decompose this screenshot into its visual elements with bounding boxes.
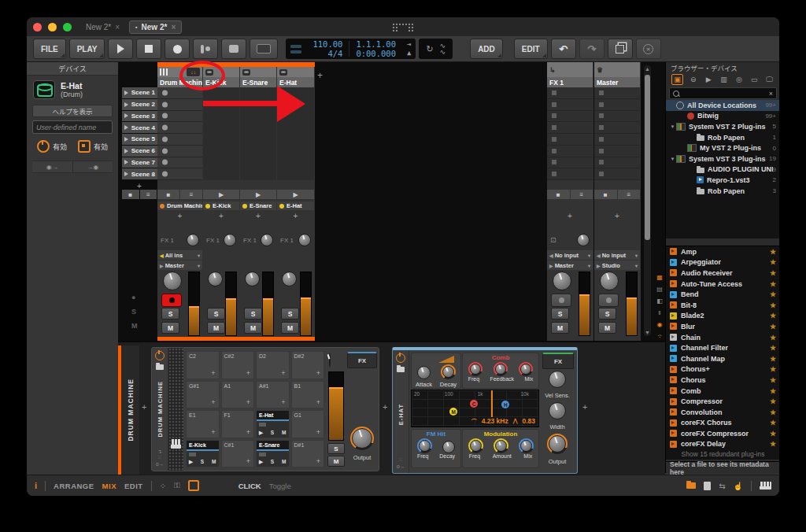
output-routing[interactable]: ▶Master▾ [157,260,202,270]
scroll-up-icon[interactable]: ▲ [645,66,650,72]
browser-device-item[interactable]: Blade2 ★ [666,311,779,322]
marker-m[interactable]: M [449,408,457,416]
send-knob[interactable] [577,234,590,246]
launcher-view-button[interactable] [221,39,246,59]
favorite-star-icon[interactable]: ★ [770,334,776,342]
clip-slot[interactable] [594,99,640,111]
pad-mute-button[interactable]: M [282,430,286,436]
add-device-right-button[interactable]: + [582,402,587,412]
metronome-icon[interactable]: ▲ [407,50,411,57]
pan-knob[interactable] [245,272,260,286]
track-header-name[interactable]: Master [594,77,640,87]
piano-icon[interactable] [760,482,771,490]
scene-play-icon[interactable] [124,91,128,95]
browser-device-item[interactable]: Chorus ★ [666,375,779,386]
pan-knob[interactable] [208,272,223,286]
pad-solo-button[interactable]: S [271,430,274,436]
file-menu-button[interactable]: FILE [33,39,66,59]
mute-button[interactable]: M [551,322,569,334]
add-device-button[interactable]: + [157,211,202,220]
pad-add-icon[interactable]: + [316,369,320,377]
favorite-star-icon[interactable]: ★ [770,387,776,395]
pad-filled[interactable]: E-Snare ▶ S M [257,441,289,467]
solo-button[interactable]: S [598,308,616,320]
clip-slot[interactable] [547,134,593,146]
presets-tab-icon[interactable]: ⊖ [688,75,698,84]
marker-c[interactable]: C [470,400,478,408]
send-knob[interactable] [187,234,199,246]
redo-button[interactable]: ↷ [579,39,604,59]
pad-mute-button[interactable]: M [282,459,286,465]
scene-row[interactable]: Scene 3 [122,111,157,122]
drum-pad[interactable]: C2 + [186,351,220,379]
browser-tree-item[interactable]: Repro-1.vst3 2 [666,175,779,186]
mixer-track-name[interactable]: E-Hat [277,201,314,210]
track-drum-machine[interactable]: ↓↓ Drum Machine ■ ≡ [157,62,203,341]
fm-decay-knob[interactable] [442,441,455,453]
pad-add-icon[interactable]: + [316,398,320,406]
drum-pad[interactable]: C#1 + [221,440,255,468]
drum-solo-button[interactable]: S [327,443,345,454]
device-power-icon[interactable] [396,353,405,363]
clip-slot[interactable] [594,157,640,169]
mod-freq-knob[interactable] [468,438,483,453]
position-value[interactable]: 1.1.1.00 [356,39,396,49]
record-arm-button[interactable] [551,294,571,307]
pad-filled[interactable]: E-Hat ▶ S M [257,411,289,438]
track-header-name[interactable]: FX 1 [547,77,593,87]
device-toggle-icon[interactable]: ◉ [655,320,664,328]
link-icon[interactable]: ⚿ [174,481,180,490]
drum-pan-knob[interactable] [329,353,331,368]
undo-button[interactable]: ↶ [551,39,576,59]
midi-out-button[interactable]: →◉ [72,161,113,172]
track-stop-alt-button[interactable]: ≡ [618,190,641,199]
add-device-left-button[interactable]: + [142,402,146,412]
hand-icon[interactable]: ☝ [734,482,743,490]
track-stop-alt-button[interactable]: ≡ [571,190,593,199]
device-io-icon[interactable]: ↴ [157,449,161,455]
mute-button[interactable]: M [598,322,616,334]
minimize-window-button[interactable] [48,23,57,31]
scene-play-icon[interactable] [124,102,128,107]
track-play-button[interactable]: ▶ [240,190,276,199]
arrange-view-button[interactable]: ARRANGE [54,482,94,490]
clip-slot[interactable] [594,122,640,134]
browser-device-item[interactable]: Chorus+ ★ [666,364,779,375]
track-header-name[interactable]: E-Snare [240,77,276,87]
tab-close-icon[interactable]: × [171,23,176,31]
device-route-icon[interactable]: o→ [156,461,164,467]
drum-pad[interactable]: D#2 + [291,351,325,379]
ehat-output-knob[interactable] [547,434,568,454]
drum-pad[interactable]: D#1 + [291,440,325,468]
track-stop-alt-button[interactable]: ≡ [180,190,202,199]
pad-add-icon[interactable]: + [246,369,250,377]
mute-button[interactable]: M [244,322,262,334]
drum-pad[interactable]: A1 + [221,381,255,409]
scene-row[interactable]: Scene 8 [122,168,157,179]
solo-button[interactable]: S [551,308,569,320]
favorite-star-icon[interactable]: ★ [770,258,776,266]
favorite-star-icon[interactable]: ★ [770,419,776,427]
favorite-star-icon[interactable]: ★ [770,280,776,288]
session-scrollbar[interactable]: ▲ ▼ [644,65,651,336]
favorite-star-icon[interactable]: ★ [770,269,776,277]
favorite-star-icon[interactable]: ★ [770,323,776,331]
mute-button[interactable]: M [281,322,299,334]
favorite-star-icon[interactable]: ★ [770,344,776,352]
clear-search-icon[interactable]: × [769,90,773,98]
track-fx1[interactable]: ↳ FX 1 ■ ≡ + ⊡ [547,62,593,341]
solo-button[interactable]: S [281,308,299,320]
input-routing[interactable]: ◀No input▾ [547,250,593,260]
tab-project-2[interactable]: ▪ New 2* × [129,20,182,34]
overdub-button[interactable] [193,39,218,59]
add-device-button[interactable]: + [240,211,276,220]
browser-device-item[interactable]: coreFX Delay ★ [666,439,779,449]
comb-freq-knob[interactable] [468,362,482,376]
pan-knob[interactable] [163,272,182,290]
click-mode-button[interactable]: Toggle [269,482,291,490]
clips-tab-icon[interactable]: ▭ [749,75,760,84]
delete-button[interactable]: × [636,39,661,59]
device-name-input[interactable]: User-defined name [32,120,113,134]
record-button[interactable] [165,39,190,59]
send-fx1[interactable]: FX 1 [157,232,202,248]
